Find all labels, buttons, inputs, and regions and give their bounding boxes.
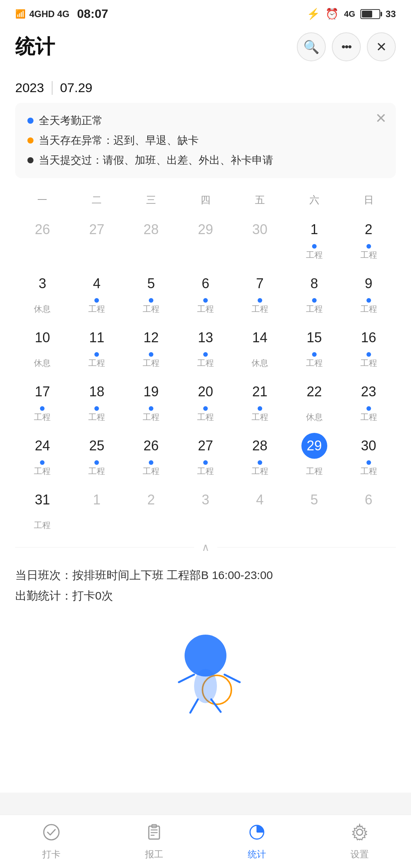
nav-item-tongji[interactable]: 统计 bbox=[206, 819, 308, 864]
calendar-day[interactable]: 28 bbox=[124, 213, 178, 267]
legend-close-button[interactable]: ✕ bbox=[375, 110, 387, 126]
day-dot bbox=[149, 298, 153, 303]
collapse-button[interactable]: ∧ bbox=[194, 541, 217, 554]
day-label: 工程 bbox=[252, 412, 268, 423]
day-dot bbox=[40, 406, 45, 411]
legend-text-submitted: 当天提交过：请假、加班、出差、外出、补卡申请 bbox=[39, 153, 273, 168]
calendar-day[interactable]: 15工程 bbox=[287, 321, 341, 375]
day-number: 27 bbox=[193, 433, 218, 459]
calendar-grid: 26272829301工程2工程3休息4工程5工程6工程7工程8工程9工程10休… bbox=[15, 213, 396, 537]
calendar-day[interactable]: 10休息 bbox=[15, 321, 70, 375]
search-button[interactable]: 🔍 bbox=[297, 32, 326, 61]
nav-item-daka[interactable]: 打卡 bbox=[0, 819, 103, 864]
nav-item-baogong[interactable]: 报工 bbox=[103, 819, 206, 864]
calendar-day[interactable]: 31工程 bbox=[15, 483, 70, 537]
day-label: 工程 bbox=[143, 357, 159, 369]
day-dot bbox=[149, 352, 153, 357]
day-number: 29 bbox=[193, 217, 218, 243]
calendar-day[interactable]: 30工程 bbox=[341, 429, 396, 483]
weekday-label: 五 bbox=[233, 193, 287, 207]
day-number: 4 bbox=[247, 487, 273, 513]
legend-box: ✕ 全天考勤正常 当天存在异常：迟到、早退、缺卡 当天提交过：请假、加班、出差、… bbox=[15, 103, 396, 178]
day-dot bbox=[94, 352, 99, 357]
day-number: 11 bbox=[84, 325, 110, 351]
shift-label: 当日班次： bbox=[15, 569, 72, 581]
close-button[interactable]: ✕ bbox=[367, 32, 396, 61]
calendar-day[interactable]: 28工程 bbox=[233, 429, 287, 483]
day-number: 18 bbox=[84, 379, 110, 405]
day-dot bbox=[94, 298, 99, 303]
calendar-day[interactable]: 2工程 bbox=[341, 213, 396, 267]
calendar: 一二三四五六日 26272829301工程2工程3休息4工程5工程6工程7工程8… bbox=[15, 190, 396, 537]
calendar-day[interactable]: 1 bbox=[70, 483, 124, 537]
day-label: 工程 bbox=[88, 303, 105, 315]
calendar-day[interactable]: 18工程 bbox=[70, 375, 124, 429]
calendar-day[interactable]: 27 bbox=[70, 213, 124, 267]
calendar-day[interactable]: 3 bbox=[178, 483, 233, 537]
calendar-day[interactable]: 23工程 bbox=[341, 375, 396, 429]
calendar-day[interactable]: 9工程 bbox=[341, 267, 396, 321]
svg-point-16 bbox=[357, 829, 363, 835]
day-dot bbox=[94, 406, 99, 411]
calendar-day[interactable]: 6 bbox=[341, 483, 396, 537]
day-dot bbox=[366, 352, 371, 357]
day-dot bbox=[203, 406, 208, 411]
svg-line-2 bbox=[179, 675, 194, 682]
nav-item-shezhi[interactable]: 设置 bbox=[308, 819, 411, 864]
calendar-day[interactable]: 13工程 bbox=[178, 321, 233, 375]
more-button[interactable]: ••• bbox=[332, 32, 361, 61]
calendar-day[interactable]: 27工程 bbox=[178, 429, 233, 483]
calendar-day[interactable]: 26 bbox=[15, 213, 70, 267]
day-number: 31 bbox=[29, 487, 55, 513]
calendar-day[interactable]: 25工程 bbox=[70, 429, 124, 483]
calendar-day[interactable]: 22休息 bbox=[287, 375, 341, 429]
day-dot bbox=[203, 460, 208, 465]
day-label: 工程 bbox=[306, 303, 323, 315]
calendar-day[interactable]: 7工程 bbox=[233, 267, 287, 321]
day-number: 26 bbox=[138, 433, 164, 459]
day-number: 5 bbox=[301, 487, 327, 513]
calendar-day[interactable]: 29 bbox=[178, 213, 233, 267]
calendar-day[interactable]: 4工程 bbox=[70, 267, 124, 321]
calendar-day[interactable]: 16工程 bbox=[341, 321, 396, 375]
day-label: 工程 bbox=[34, 412, 51, 423]
calendar-day[interactable]: 8工程 bbox=[287, 267, 341, 321]
bluetooth-icon: ⚡ bbox=[307, 8, 320, 20]
calendar-day[interactable]: 3休息 bbox=[15, 267, 70, 321]
day-dot bbox=[258, 298, 262, 303]
legend-item-submitted: 当天提交过：请假、加班、出差、外出、补卡申请 bbox=[27, 153, 384, 168]
calendar-day[interactable]: 5 bbox=[287, 483, 341, 537]
calendar-day[interactable]: 30 bbox=[233, 213, 287, 267]
calendar-day[interactable]: 21工程 bbox=[233, 375, 287, 429]
calendar-day[interactable]: 17工程 bbox=[15, 375, 70, 429]
calendar-day[interactable]: 6工程 bbox=[178, 267, 233, 321]
calendar-day[interactable]: 14休息 bbox=[233, 321, 287, 375]
shezhi-nav-icon bbox=[350, 823, 369, 845]
calendar-day[interactable]: 2 bbox=[124, 483, 178, 537]
legend-item-abnormal: 当天存在异常：迟到、早退、缺卡 bbox=[27, 133, 384, 148]
day-label: 工程 bbox=[360, 466, 377, 477]
calendar-day[interactable]: 1工程 bbox=[287, 213, 341, 267]
search-icon: 🔍 bbox=[303, 39, 319, 54]
calendar-day[interactable]: 5工程 bbox=[124, 267, 178, 321]
status-left: 📶 4GHD 4G 08:07 bbox=[15, 7, 108, 21]
legend-dot-blue bbox=[27, 118, 33, 124]
day-dot bbox=[94, 460, 99, 465]
day-label: 工程 bbox=[197, 303, 214, 315]
battery-percent: 33 bbox=[386, 9, 396, 19]
calendar-day[interactable]: 12工程 bbox=[124, 321, 178, 375]
calendar-day[interactable]: 11工程 bbox=[70, 321, 124, 375]
day-dot bbox=[366, 406, 371, 411]
shezhi-nav-label: 设置 bbox=[350, 848, 369, 860]
calendar-day[interactable]: 26工程 bbox=[124, 429, 178, 483]
day-number: 20 bbox=[193, 379, 218, 405]
calendar-day[interactable]: 24工程 bbox=[15, 429, 70, 483]
calendar-day[interactable]: 20工程 bbox=[178, 375, 233, 429]
calendar-day[interactable]: 29工程 bbox=[287, 429, 341, 483]
day-number: 22 bbox=[301, 379, 327, 405]
calendar-day[interactable]: 4 bbox=[233, 483, 287, 537]
day-label: 工程 bbox=[34, 466, 51, 477]
alarm-icon: ⏰ bbox=[325, 8, 339, 20]
monthday-display: 07.29 bbox=[60, 80, 92, 95]
calendar-day[interactable]: 19工程 bbox=[124, 375, 178, 429]
